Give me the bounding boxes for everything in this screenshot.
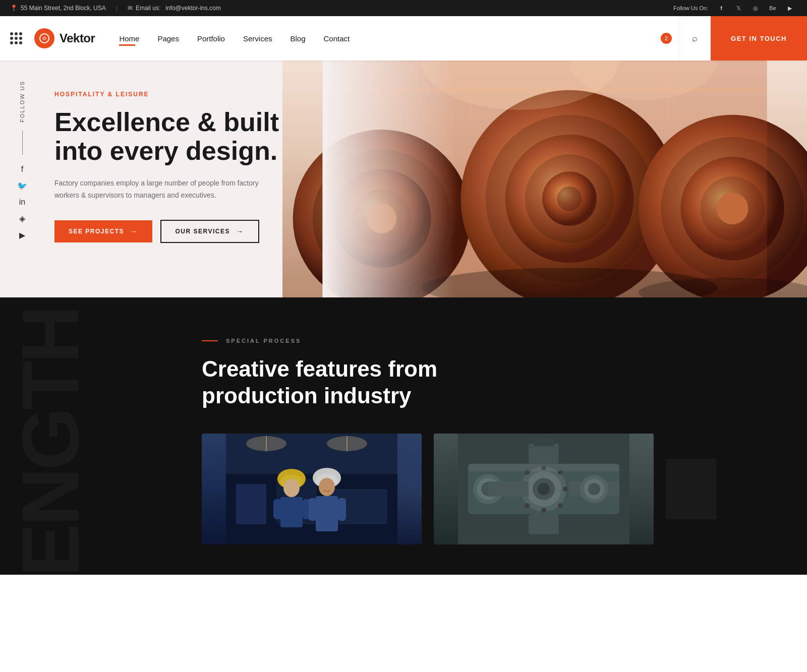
hero-tag: HOSPITALITY & LEISURE: [54, 91, 307, 98]
see-projects-button[interactable]: SEE PROJECTS →: [54, 220, 152, 242]
address-text: 55 Main Street, 2nd Block, USA: [21, 5, 106, 12]
workers-svg: [202, 434, 422, 544]
cart-button[interactable]: 2: [654, 16, 678, 60]
logo-text: Vektor: [60, 31, 95, 45]
special-process-label: SPECIAL PROCESS: [202, 338, 716, 344]
youtube-icon-sidebar[interactable]: ▶: [19, 230, 25, 240]
grid-menu-icon[interactable]: [10, 32, 22, 44]
dark-section-content: SPECIAL PROCESS Creative features from p…: [50, 338, 757, 544]
svg-rect-29: [322, 60, 767, 297]
twitter-icon-top[interactable]: 𝕏: [734, 4, 742, 12]
facebook-icon-top[interactable]: f: [717, 4, 725, 12]
nav-home[interactable]: Home: [119, 34, 139, 43]
logo-icon: [34, 28, 54, 48]
facebook-icon-sidebar[interactable]: f: [21, 165, 23, 174]
discord-icon-sidebar[interactable]: ◈: [19, 214, 25, 223]
instagram-icon-top[interactable]: ◎: [752, 4, 760, 12]
follow-us-text: FOLLOW US: [19, 81, 25, 123]
linkedin-icon-sidebar[interactable]: in: [19, 198, 25, 207]
get-in-touch-button[interactable]: GET IN TOUCH: [711, 16, 807, 60]
top-bar-right: Follow Us On: f 𝕏 ◎ Be ▶: [673, 4, 797, 12]
sidebar-social: f 🐦 in ◈ ▶: [17, 165, 27, 240]
nav-services[interactable]: Services: [243, 34, 272, 43]
dark-section-title: Creative features from production indust…: [202, 356, 716, 409]
nav-blog[interactable]: Blog: [291, 34, 306, 43]
address-item: 📍 55 Main Street, 2nd Block, USA: [10, 5, 106, 12]
header: Vektor Home Pages Portfolio Services Blo…: [0, 16, 807, 60]
cart-count: 2: [661, 33, 672, 44]
hero-buttons: SEE PROJECTS → OUR SERVICES →: [54, 220, 307, 243]
machinery-svg: [434, 434, 654, 544]
svg-rect-78: [468, 464, 619, 471]
hero-sidebar: FOLLOW US f 🐦 in ◈ ▶: [0, 60, 44, 297]
header-right: 2 ⌕ GET IN TOUCH: [654, 16, 807, 60]
svg-rect-51: [226, 434, 397, 544]
follow-divider: [22, 131, 23, 155]
hero-section: FOLLOW US f 🐦 in ◈ ▶ HOSPITALITY & LEISU…: [0, 60, 807, 297]
logo[interactable]: Vektor: [34, 28, 95, 48]
our-services-label: OUR SERVICES: [176, 228, 230, 235]
hero-image: [282, 60, 807, 297]
top-bar: 📍 55 Main Street, 2nd Block, USA | ✉ Ema…: [0, 0, 807, 16]
svg-point-1: [43, 37, 45, 39]
metal-rolls-visual: [282, 60, 807, 297]
workers-image: [202, 434, 422, 544]
dark-section: STRENGTH SPECIAL PROCESS Creative featur…: [0, 297, 807, 575]
twitter-icon-sidebar[interactable]: 🐦: [17, 181, 27, 191]
behance-icon-top[interactable]: Be: [769, 4, 777, 12]
hero-description: Factory companies employ a large number …: [54, 177, 266, 202]
mail-icon: ✉: [128, 5, 133, 12]
nav-contact[interactable]: Contact: [324, 34, 350, 43]
youtube-icon-top[interactable]: ▶: [786, 4, 794, 12]
arrow-right-icon-2: →: [236, 227, 244, 235]
label-line-decoration: [202, 340, 218, 341]
small-placeholder-card: [666, 459, 716, 519]
see-projects-label: SEE PROJECTS: [69, 228, 124, 235]
search-button[interactable]: ⌕: [678, 16, 711, 60]
cards-row: [202, 434, 716, 544]
pin-icon: 📍: [10, 5, 18, 12]
nav-portfolio[interactable]: Portfolio: [197, 34, 225, 43]
hero-title: Excellence & built into every design.: [54, 108, 307, 165]
nav-pages[interactable]: Pages: [157, 34, 179, 43]
our-services-button[interactable]: OUR SERVICES →: [160, 220, 259, 243]
machinery-card: [434, 434, 654, 544]
factory-svg: [282, 60, 807, 297]
email-value: info@vektor-ins.com: [165, 5, 221, 12]
special-process-text: SPECIAL PROCESS: [226, 338, 301, 344]
top-bar-left: 📍 55 Main Street, 2nd Block, USA | ✉ Ema…: [10, 5, 221, 12]
follow-label: Follow Us On:: [673, 5, 708, 11]
email-label: Email us:: [136, 5, 160, 12]
machinery-image: [434, 434, 654, 544]
hero-content: HOSPITALITY & LEISURE Excellence & built…: [44, 60, 327, 297]
workers-card: [202, 434, 422, 544]
svg-rect-77: [458, 434, 629, 544]
email-item: ✉ Email us: info@vektor-ins.com: [128, 5, 221, 12]
search-icon: ⌕: [692, 33, 698, 44]
main-nav: Home Pages Portfolio Services Blog Conta…: [119, 34, 654, 43]
arrow-right-icon: →: [130, 227, 138, 235]
